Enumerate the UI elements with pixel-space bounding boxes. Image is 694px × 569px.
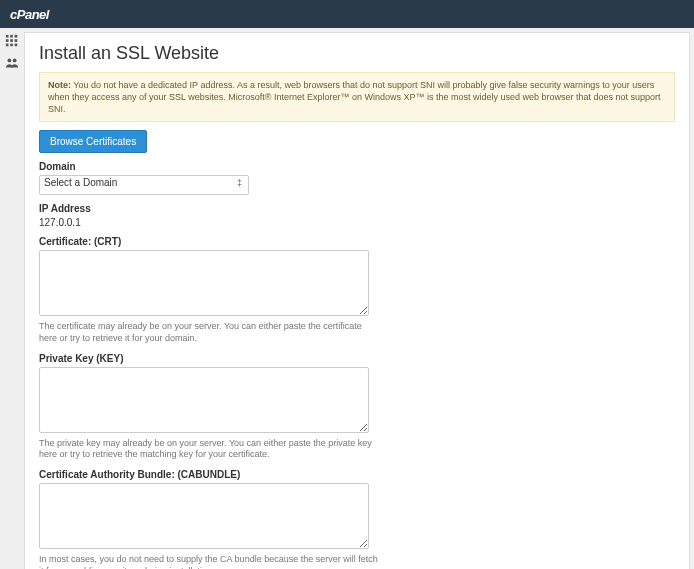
svg-rect-2 (15, 35, 18, 38)
svg-rect-1 (10, 35, 13, 38)
svg-rect-4 (10, 39, 13, 42)
note-prefix: Note: (48, 80, 71, 90)
note-alert: Note: You do not have a dedicated IP add… (39, 72, 675, 122)
domain-label: Domain (39, 161, 675, 172)
ip-label: IP Address (39, 203, 675, 214)
note-text: You do not have a dedicated IP address. … (48, 80, 661, 114)
svg-rect-6 (6, 44, 9, 47)
cabundle-hint: In most cases, you do not need to supply… (39, 554, 379, 569)
cabundle-textarea[interactable] (39, 483, 369, 549)
apps-grid-icon[interactable] (5, 34, 19, 48)
svg-point-10 (13, 58, 17, 62)
domain-selected-value: Select a Domain (44, 177, 117, 188)
top-bar: cPanel (0, 0, 694, 28)
cpanel-logo: cPanel (10, 7, 49, 22)
key-hint: The private key may already be on your s… (39, 438, 379, 461)
svg-point-9 (7, 58, 11, 62)
crt-hint: The certificate may already be on your s… (39, 321, 379, 344)
key-textarea[interactable] (39, 367, 369, 433)
crt-label: Certificate: (CRT) (39, 236, 675, 247)
svg-rect-0 (6, 35, 9, 38)
left-sidebar (0, 28, 24, 569)
domain-select[interactable]: Select a Domain (39, 175, 249, 195)
main-panel: Install an SSL Website Note: You do not … (24, 32, 690, 569)
svg-rect-3 (6, 39, 9, 42)
ip-value: 127.0.0.1 (39, 217, 675, 228)
key-label: Private Key (KEY) (39, 353, 675, 364)
crt-textarea[interactable] (39, 250, 369, 316)
svg-rect-8 (15, 44, 18, 47)
svg-rect-5 (15, 39, 18, 42)
browse-certificates-button[interactable]: Browse Certificates (39, 130, 147, 153)
users-icon[interactable] (5, 56, 19, 70)
svg-rect-7 (10, 44, 13, 47)
page-title: Install an SSL Website (39, 43, 675, 64)
cabundle-label: Certificate Authority Bundle: (CABUNDLE) (39, 469, 675, 480)
